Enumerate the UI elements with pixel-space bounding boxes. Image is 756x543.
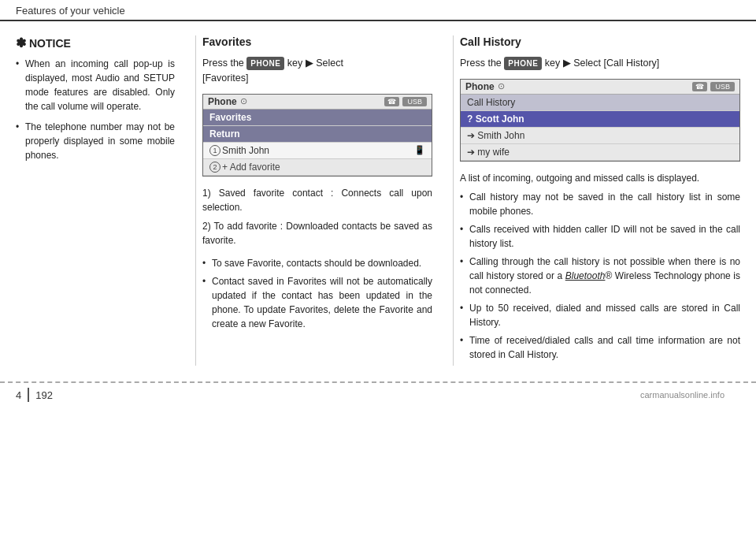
notice-title: ✽ NOTICE xyxy=(16,35,175,50)
call-history-bullets: Call history may not be saved in the cal… xyxy=(460,190,740,362)
smith-name: Smith John xyxy=(222,145,269,156)
usb-icon: USB xyxy=(402,97,427,106)
section-divider xyxy=(195,35,196,366)
ch-phone-label: Phone xyxy=(465,81,495,92)
favorites-intro: Press the PHONE key ▶ Select [Favorites] xyxy=(202,56,432,86)
ch-usb-icon: USB xyxy=(710,82,735,91)
notice-cross-icon: ✽ xyxy=(16,35,26,50)
favorites-desc-list: 1) Saved favorite contact : Connects cal… xyxy=(202,186,432,248)
call-history-column: Call History Press the PHONE key ▶ Selec… xyxy=(460,35,740,366)
phone-icons: ☎ USB xyxy=(384,97,427,106)
favorites-bracket: [Favorites] xyxy=(202,73,248,84)
footer-section-num: 4 xyxy=(16,389,21,401)
ch-phone-top-bar: Phone ⊙ ☎ USB xyxy=(461,80,739,95)
ch-bullet-3: Calling through the call history is not … xyxy=(460,255,740,297)
ch-row-wife: ➔ my wife xyxy=(461,144,739,161)
callhistory-phone-ui: Phone ⊙ ☎ USB Call History ? Scott John … xyxy=(460,79,740,162)
favorites-phone-ui: Phone ⊙ ☎ USB Favorites Return 1 Smith J… xyxy=(202,94,432,177)
phone-signal-icon: ⊙ xyxy=(240,96,247,106)
favorites-title: Favorites xyxy=(202,35,432,48)
bluetooth-text: Bluetooth xyxy=(565,270,606,281)
footer-divider xyxy=(28,388,29,402)
ch-intro-part1: Press the xyxy=(460,58,502,69)
ch-arrow: ▶ xyxy=(563,58,571,69)
ch-bullet-5: Time of received/dialed calls and call t… xyxy=(460,333,740,362)
add-numbered: 2 + Add favorite xyxy=(209,162,425,173)
favorites-intro-part2: key xyxy=(287,58,306,69)
footer-watermark: carmanualsonline.info xyxy=(640,390,724,400)
phone-top-bar: Phone ⊙ ☎ USB xyxy=(203,95,432,110)
favorites-bullet-2: Contact saved in Favorites will not be a… xyxy=(202,274,432,331)
ch-select-text: Select [Call History] xyxy=(573,58,659,69)
ch-phone-btn: PHONE xyxy=(504,57,542,70)
favorites-arrow: ▶ xyxy=(306,58,313,69)
desc1-text: Saved favorite contact : Connects call u… xyxy=(202,188,432,214)
favorites-desc-2: 2) To add favorite : Downloaded contacts… xyxy=(202,219,432,248)
phone-icon: ☎ xyxy=(384,97,399,106)
footer-page-num: 192 xyxy=(35,389,53,401)
ch-phone-icon: ☎ xyxy=(692,82,707,91)
favorites-bullet-list: To save Favorite, contacts should be dow… xyxy=(202,256,432,331)
favorites-phone-btn: PHONE xyxy=(246,57,284,70)
favorites-intro-part1: Press the xyxy=(202,58,244,69)
ch-phone-signal-icon: ⊙ xyxy=(498,81,505,91)
desc2-num: 2) xyxy=(202,221,211,232)
desc1-num: 1) xyxy=(202,188,211,199)
notice-heading: NOTICE xyxy=(29,37,71,50)
ch-phone-icons: ☎ USB xyxy=(692,82,735,91)
ch-row-callhistory: Call History xyxy=(461,95,739,111)
section-divider-2 xyxy=(453,35,454,366)
favorites-bullet-1: To save Favorite, contacts should be dow… xyxy=(202,256,432,270)
favorites-select: Select xyxy=(316,58,343,69)
call-history-main-desc: A list of incoming, outgoing and missed … xyxy=(460,171,740,186)
phone-row-return: Return xyxy=(203,126,432,143)
favorites-column: Favorites Press the PHONE key ▶ Select [… xyxy=(202,35,447,366)
phone-row-favorites: Favorites xyxy=(203,110,432,126)
smith-numbered: 1 Smith John xyxy=(209,145,269,156)
notice-item-1: When an incoming call pop-up is displaye… xyxy=(16,57,175,113)
ch-row-smith: ➔ Smith John xyxy=(461,128,739,144)
notice-list: When an incoming call pop-up is displaye… xyxy=(16,57,175,162)
circle-2: 2 xyxy=(209,162,220,173)
desc2-text: To add favorite : Downloaded contacts be… xyxy=(202,221,432,247)
notice-item-2: The telephone number may not be properly… xyxy=(16,120,175,162)
add-favorite-text: + Add favorite xyxy=(222,162,280,173)
ch-bullet-4: Up to 50 received, dialed and missed cal… xyxy=(460,301,740,329)
ch-bullet-1: Call history may not be saved in the cal… xyxy=(460,190,740,218)
call-history-intro: Press the PHONE key ▶ Select [Call Histo… xyxy=(460,56,740,71)
phone-row-smith: 1 Smith John 📱 xyxy=(203,143,432,159)
ch-bullet-2: Calls received with hidden caller ID wil… xyxy=(460,222,740,251)
ch-row-scott: ? Scott John xyxy=(461,111,739,128)
page-footer: 4 192 carmanualsonline.info xyxy=(0,381,756,407)
favorites-desc-1: 1) Saved favorite contact : Connects cal… xyxy=(202,186,432,215)
notice-column: ✽ NOTICE When an incoming call pop-up is… xyxy=(16,35,189,366)
page-header: Features of your vehicle xyxy=(0,0,756,21)
call-history-title: Call History xyxy=(460,35,740,48)
phone-row-add: 2 + Add favorite xyxy=(203,159,432,176)
main-content: ✽ NOTICE When an incoming call pop-up is… xyxy=(0,21,756,374)
circle-1: 1 xyxy=(209,145,220,156)
phone-label: Phone xyxy=(208,96,237,107)
ch-intro-part2: key xyxy=(545,58,563,69)
phone-cell-icon: 📱 xyxy=(414,145,425,155)
header-title: Features of your vehicle xyxy=(16,5,125,17)
